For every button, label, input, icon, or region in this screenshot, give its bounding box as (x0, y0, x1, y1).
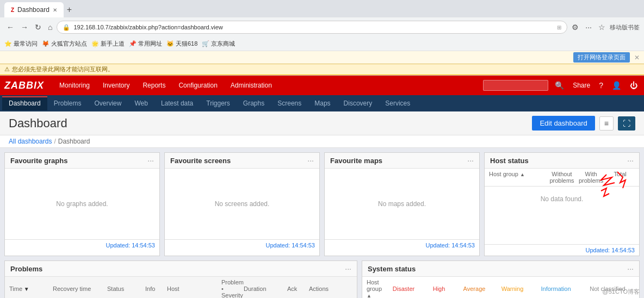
lock-icon: 🔒 (63, 24, 70, 31)
bookmark-xinshoushandao[interactable]: 🌟 新手上道 (91, 40, 125, 48)
forward-button[interactable]: → (18, 22, 30, 33)
favourite-maps-menu-icon[interactable]: ··· (467, 156, 474, 165)
subnav-latest-data[interactable]: Latest data (154, 96, 200, 110)
user-icon[interactable]: 👤 (610, 79, 623, 92)
home-button[interactable]: ⌂ (46, 22, 54, 33)
host-status-widget: Host status ··· Host group ▲ Without pro… (484, 152, 640, 256)
zabbix-app: ZABBIX Monitoring Inventory Reports Conf… (0, 76, 644, 298)
nav-reports[interactable]: Reports (136, 77, 172, 94)
banner-close-icon[interactable]: ✕ (634, 54, 640, 61)
host-status-menu-icon[interactable]: ··· (627, 156, 634, 165)
bookmark-zuichang[interactable]: ⭐ 最常访问 (4, 40, 38, 48)
search-icon[interactable]: 🔍 (553, 79, 566, 92)
subnav-services[interactable]: Services (379, 96, 417, 110)
subnav-overview[interactable]: Overview (88, 96, 128, 110)
sub-nav: Dashboard Problems Overview Web Latest d… (0, 95, 644, 111)
favourite-maps-body: No maps added. (325, 169, 479, 239)
nav-inventory[interactable]: Inventory (96, 77, 136, 94)
subnav-problems[interactable]: Problems (47, 96, 88, 110)
subnav-triggers[interactable]: Triggers (200, 96, 237, 110)
nav-monitoring[interactable]: Monitoring (53, 77, 96, 94)
address-text: 192.168.10.7/zabbix/zabbix.php?action=da… (73, 24, 554, 30)
favourite-graphs-body: No graphs added. (5, 169, 159, 239)
favourite-maps-no-data: No maps added. (378, 173, 426, 235)
edit-dashboard-button[interactable]: Edit dashboard (532, 116, 595, 131)
refresh-button[interactable]: ↻ (33, 22, 44, 33)
more-button[interactable]: ··· (583, 22, 594, 33)
qr-icon[interactable]: ⊞ (557, 24, 561, 30)
favourite-maps-header: Favourite maps ··· (325, 153, 479, 169)
subnav-screens[interactable]: Screens (271, 96, 308, 110)
sys-col-high: High (423, 285, 455, 292)
right-column: System status ··· Host group ▲ Disaster … (362, 260, 640, 298)
favourite-graphs-menu-icon[interactable]: ··· (147, 156, 154, 165)
browser-tab[interactable]: Z Dashboard ✕ (4, 2, 64, 17)
host-status-col-total: Total (605, 171, 635, 184)
favourite-maps-title: Favourite maps (330, 157, 382, 165)
fullscreen-button[interactable]: ⛶ (618, 116, 635, 131)
favourite-graphs-header: Favourite graphs ··· (5, 153, 159, 169)
host-status-title: Host status (490, 157, 529, 165)
favourite-graphs-no-data: No graphs added. (56, 173, 108, 235)
favourite-screens-header: Favourite screens ··· (165, 153, 319, 169)
favourite-graphs-title: Favourite graphs (10, 157, 67, 165)
tab-title: Dashboard (17, 6, 49, 14)
favourite-maps-updated: Updated: 14:54:53 (325, 239, 479, 251)
extensions-button[interactable]: ⚙ (569, 22, 581, 33)
breadcrumb: All dashboards / Dashboard (0, 135, 644, 148)
subnav-graphs[interactable]: Graphs (237, 96, 271, 110)
mobile-banner: 打开网络登录页面 ✕ (0, 51, 644, 64)
share-label[interactable]: Share (571, 79, 592, 91)
right-controls: 移动版书签 (610, 23, 640, 32)
star-button[interactable]: ☆ (596, 22, 608, 33)
problems-col-time[interactable]: Time ▼ (9, 285, 53, 292)
browser-action-icons: ⚙ ··· ☆ (569, 22, 608, 33)
host-status-header: Host status ··· (485, 153, 639, 169)
browser-chrome: Z Dashboard ✕ + ← → ↻ ⌂ 🔒 192.168.10.7/z… (0, 0, 644, 76)
bookmark-firefox[interactable]: 🦊 火狐官方站点 (42, 40, 87, 48)
new-tab-button[interactable]: + (64, 5, 75, 15)
favourite-screens-widget: Favourite screens ··· No screens added. … (164, 152, 320, 256)
host-status-updated: Updated: 14:54:53 (485, 244, 639, 256)
search-input[interactable] (483, 80, 548, 91)
browser-controls-bar: ← → ↻ ⌂ 🔒 192.168.10.7/zabbix/zabbix.php… (0, 17, 644, 37)
nav-configuration[interactable]: Configuration (172, 77, 224, 94)
host-status-col-group: Host group ▲ (489, 171, 547, 184)
page-header: Dashboard Edit dashboard ≡ ⛶ (0, 111, 644, 135)
subnav-web[interactable]: Web (128, 96, 154, 110)
bookmark-jingdong[interactable]: 🛒 京东商城 (202, 40, 235, 48)
bookmark-tianmao[interactable]: 🐱 天猫618 (166, 40, 197, 48)
back-button[interactable]: ← (4, 22, 16, 33)
tab-close-icon[interactable]: ✕ (53, 7, 57, 13)
favourite-screens-menu-icon[interactable]: ··· (307, 156, 314, 165)
sys-col-average: Average (455, 285, 493, 292)
network-warning-banner: ⚠ 您必须先登录此网络才能访问互联网。 (0, 64, 644, 75)
problems-col-recovery: Recovery time (53, 285, 107, 292)
sys-col-disaster: Disaster (385, 285, 423, 292)
favourite-screens-updated: Updated: 14:54:53 (165, 239, 319, 251)
help-icon[interactable]: ? (597, 79, 605, 92)
open-network-login-button[interactable]: 打开网络登录页面 (573, 52, 630, 63)
subnav-maps[interactable]: Maps (308, 96, 337, 110)
page-header-actions: Edit dashboard ≡ ⛶ (532, 116, 635, 131)
system-status-table-header: Host group ▲ Disaster High Average Warni… (362, 277, 639, 298)
top-nav: ZABBIX Monitoring Inventory Reports Conf… (0, 76, 644, 95)
tab-bar: Z Dashboard ✕ + (0, 0, 644, 17)
bookmarks-bar: ⭐ 最常访问 🦊 火狐官方站点 🌟 新手上道 📌 常用网址 🐱 天猫618 🛒 … (0, 37, 644, 51)
favourite-screens-no-data: No screens added. (215, 173, 270, 235)
bookmark-changyongwangzhi[interactable]: 📌 常用网址 (129, 40, 162, 48)
system-status-widget: System status ··· Host group ▲ Disaster … (362, 260, 640, 298)
page-title: Dashboard (9, 116, 67, 131)
system-status-menu-icon[interactable]: ··· (627, 264, 634, 273)
power-icon[interactable]: ⏻ (628, 79, 640, 92)
list-view-button[interactable]: ≡ (599, 116, 614, 131)
subnav-discovery[interactable]: Discovery (337, 96, 379, 110)
favourite-graphs-updated: Updated: 14:54:53 (5, 239, 159, 251)
problems-menu-icon[interactable]: ··· (345, 264, 351, 273)
subnav-dashboard[interactable]: Dashboard (2, 96, 47, 110)
sys-col-host: Host group ▲ (367, 279, 385, 298)
nav-administration[interactable]: Administration (224, 77, 278, 94)
problems-title: Problems (10, 265, 42, 273)
address-bar[interactable]: 🔒 192.168.10.7/zabbix/zabbix.php?action=… (57, 21, 567, 34)
breadcrumb-all-dashboards[interactable]: All dashboards (9, 138, 52, 145)
